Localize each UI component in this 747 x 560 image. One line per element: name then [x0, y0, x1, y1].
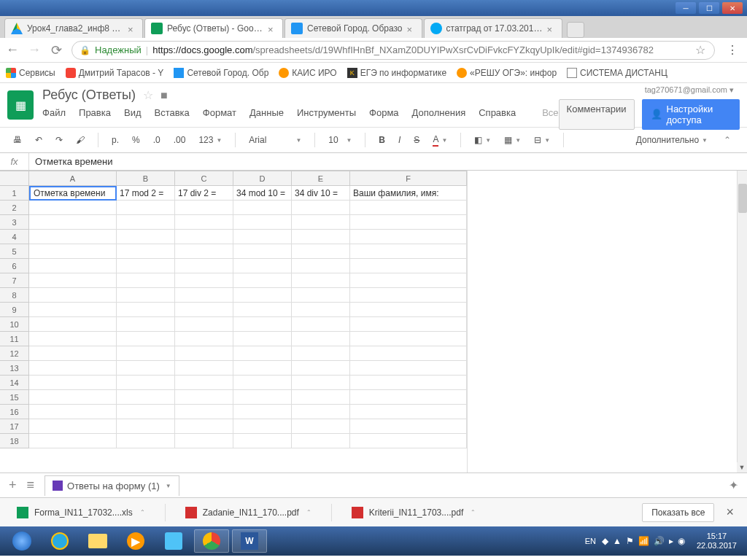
cell[interactable] [292, 273, 350, 288]
close-tab-icon[interactable]: × [407, 24, 416, 33]
column-header[interactable]: C [175, 171, 233, 186]
comments-button[interactable]: Комментарии [559, 99, 635, 130]
show-all-downloads-button[interactable]: Показать все [642, 503, 714, 522]
cell[interactable] [350, 230, 467, 244]
cell[interactable] [233, 346, 292, 361]
cell[interactable] [292, 230, 350, 244]
menu-addons[interactable]: Дополнения [412, 107, 466, 118]
row-header[interactable]: 3 [0, 215, 29, 230]
row-header[interactable]: 9 [0, 303, 29, 317]
cell[interactable] [292, 201, 350, 215]
cell[interactable] [292, 215, 350, 230]
cell[interactable] [233, 419, 292, 434]
cell[interactable] [117, 346, 175, 361]
bookmark-star-icon[interactable]: ☆ [694, 43, 707, 57]
cell[interactable] [29, 434, 117, 448]
sheet-tab-menu-icon[interactable]: ▼ [166, 483, 171, 489]
fill-color-button[interactable]: ◧▼ [471, 133, 494, 147]
apps-button[interactable]: Сервисы [6, 68, 55, 78]
cell[interactable]: Отметка времени [29, 186, 117, 201]
language-indicator[interactable]: EN [585, 537, 596, 545]
cell[interactable] [233, 201, 292, 215]
cell[interactable] [117, 332, 175, 346]
cell[interactable] [350, 361, 467, 376]
row-header[interactable]: 16 [0, 405, 29, 419]
dec-increase-button[interactable]: .00 [171, 133, 189, 147]
row-header[interactable]: 6 [0, 259, 29, 273]
cell[interactable] [175, 201, 233, 215]
cell[interactable] [29, 332, 117, 346]
user-email[interactable]: tag270671@gmail.com ▾ [645, 85, 734, 95]
share-button[interactable]: 👤Настройки доступа [642, 99, 740, 130]
row-header[interactable]: 5 [0, 244, 29, 259]
volume-icon[interactable]: 🔊 [654, 536, 665, 546]
chevron-up-icon[interactable]: ⌃ [471, 509, 476, 516]
row-header[interactable]: 1 [0, 186, 29, 201]
cell[interactable] [292, 259, 350, 273]
merge-button[interactable]: ⊟▼ [531, 133, 553, 147]
cell[interactable] [350, 332, 467, 346]
cell[interactable] [233, 215, 292, 230]
download-item[interactable]: Forma_IN11_17032....xls ⌃ [9, 503, 153, 522]
print-button[interactable]: 🖶 [10, 133, 25, 147]
text-color-button[interactable]: A▼ [430, 133, 450, 148]
row-header[interactable]: 8 [0, 288, 29, 303]
cell[interactable] [29, 303, 117, 317]
maximize-button[interactable]: ☐ [699, 2, 719, 14]
strike-button[interactable]: S [411, 133, 422, 147]
select-all-corner[interactable] [0, 171, 29, 186]
row-header[interactable]: 13 [0, 361, 29, 376]
browser-tab[interactable]: Урок4_глава2_инф8 – G × [4, 18, 143, 38]
cell[interactable] [29, 419, 117, 434]
close-tab-icon[interactable]: × [547, 24, 556, 33]
scroll-down-button[interactable]: ▼ [737, 462, 747, 472]
cell[interactable] [292, 244, 350, 259]
cell[interactable] [29, 376, 117, 390]
cell[interactable]: 34 mod 10 = [233, 186, 292, 201]
scrollbar-thumb[interactable] [738, 184, 747, 213]
row-header[interactable]: 18 [0, 434, 29, 448]
chevron-up-icon[interactable]: ⌃ [140, 509, 145, 516]
formula-input[interactable]: Отметка времени [29, 156, 747, 167]
cell[interactable] [117, 317, 175, 332]
cell[interactable] [233, 376, 292, 390]
row-header[interactable]: 10 [0, 317, 29, 332]
cell[interactable] [350, 434, 467, 448]
minimize-button[interactable]: ─ [676, 2, 696, 14]
column-header[interactable]: F [350, 171, 467, 186]
cell[interactable] [29, 201, 117, 215]
percent-button[interactable]: % [129, 133, 143, 147]
menu-insert[interactable]: Вставка [155, 107, 190, 118]
browser-tab-active[interactable]: Ребус (Ответы) - Google × [144, 18, 283, 38]
close-downloads-bar-button[interactable]: × [721, 505, 738, 520]
cell[interactable] [233, 273, 292, 288]
cell[interactable] [29, 390, 117, 405]
cell[interactable] [175, 390, 233, 405]
cell[interactable] [350, 215, 467, 230]
row-header[interactable]: 7 [0, 273, 29, 288]
ie-button[interactable] [42, 529, 77, 553]
cell[interactable] [233, 303, 292, 317]
cell[interactable] [350, 376, 467, 390]
bookmark-item[interactable]: КАИС ИРО [279, 68, 336, 78]
cell[interactable] [175, 215, 233, 230]
cell[interactable] [117, 361, 175, 376]
cell[interactable] [117, 215, 175, 230]
column-header[interactable]: E [292, 171, 350, 186]
cell[interactable] [175, 288, 233, 303]
cell[interactable] [233, 230, 292, 244]
menu-data[interactable]: Данные [249, 107, 284, 118]
cell[interactable] [292, 288, 350, 303]
clock[interactable]: 15:17 22.03.2017 [691, 532, 743, 551]
folder-icon[interactable]: ■ [160, 89, 168, 102]
word-button[interactable]: W [232, 529, 267, 553]
cell[interactable] [233, 288, 292, 303]
cell[interactable] [350, 303, 467, 317]
menu-file[interactable]: Файл [42, 107, 66, 118]
cell[interactable] [292, 346, 350, 361]
cell[interactable] [29, 244, 117, 259]
row-header[interactable]: 17 [0, 419, 29, 434]
cell[interactable] [233, 405, 292, 419]
cell[interactable] [117, 376, 175, 390]
cell[interactable] [29, 230, 117, 244]
